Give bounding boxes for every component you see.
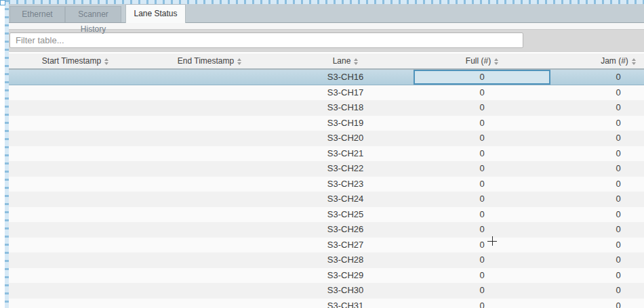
table-row[interactable]: S3-CH1800	[9, 100, 644, 116]
cell-full[interactable]: 0	[414, 192, 550, 207]
cell-lane[interactable]: S3-CH22	[277, 161, 414, 177]
selection-handle[interactable]	[0, 0, 5, 5]
cell-start-timestamp[interactable]	[9, 85, 142, 101]
table-row[interactable]: S3-CH1900	[9, 116, 644, 131]
column-header-end-timestamp[interactable]: End Timestamp	[142, 53, 277, 68]
table-row[interactable]: S3-CH3000	[9, 283, 644, 299]
cell-full[interactable]: 0	[414, 207, 550, 223]
table-row[interactable]: S3-CH2800	[9, 252, 644, 268]
cell-full[interactable]: 0	[414, 252, 550, 268]
cell-jam[interactable]: 0	[550, 207, 644, 223]
cell-jam[interactable]: 0	[550, 177, 644, 192]
cell-lane[interactable]: S3-CH16	[277, 70, 414, 85]
cell-lane[interactable]: S3-CH21	[277, 146, 414, 162]
cell-lane[interactable]: S3-CH18	[277, 100, 414, 116]
cell-start-timestamp[interactable]	[9, 299, 142, 308]
cell-start-timestamp[interactable]	[9, 268, 142, 284]
cell-start-timestamp[interactable]	[9, 161, 142, 177]
cell-end-timestamp[interactable]	[142, 146, 277, 162]
cell-jam[interactable]: 0	[550, 192, 644, 207]
cell-end-timestamp[interactable]	[142, 268, 277, 284]
cell-jam[interactable]: 0	[550, 299, 644, 308]
cell-start-timestamp[interactable]	[9, 177, 142, 192]
cell-jam[interactable]: 0	[550, 146, 644, 162]
cell-lane[interactable]: S3-CH19	[277, 116, 414, 131]
cell-end-timestamp[interactable]	[142, 238, 277, 253]
cell-jam[interactable]: 0	[550, 238, 644, 253]
table-row[interactable]: S3-CH1700	[9, 85, 644, 101]
cell-end-timestamp[interactable]	[142, 100, 277, 116]
cell-end-timestamp[interactable]	[142, 161, 277, 177]
cell-lane[interactable]: S3-CH24	[277, 192, 414, 207]
cell-end-timestamp[interactable]	[142, 116, 277, 131]
selected-cell[interactable]: 0	[414, 70, 550, 85]
cell-jam[interactable]: 0	[550, 116, 644, 131]
cell-end-timestamp[interactable]	[142, 85, 277, 101]
sort-icon[interactable]	[354, 58, 358, 65]
cell-lane[interactable]: S3-CH31	[277, 299, 414, 308]
cell-jam[interactable]: 0	[550, 100, 644, 116]
cell-end-timestamp[interactable]	[142, 283, 277, 299]
cell-jam[interactable]: 0	[550, 283, 644, 299]
cell-full[interactable]: 0	[414, 116, 550, 131]
tab-scanner-history[interactable]: Scanner History	[65, 6, 121, 22]
cell-start-timestamp[interactable]	[9, 207, 142, 223]
tab-ethernet[interactable]: Ethernet	[9, 6, 65, 22]
cell-lane[interactable]: S3-CH26	[277, 222, 414, 238]
cell-start-timestamp[interactable]	[9, 283, 142, 299]
sort-icon[interactable]	[237, 58, 241, 65]
cell-start-timestamp[interactable]	[9, 131, 142, 146]
cell-start-timestamp[interactable]	[9, 252, 142, 268]
table-row[interactable]: S3-CH2900	[9, 268, 644, 284]
cell-end-timestamp[interactable]	[142, 70, 277, 85]
table-row[interactable]: S3-CH2700	[9, 238, 644, 253]
column-header-start-timestamp[interactable]: Start Timestamp	[9, 53, 142, 68]
table-row[interactable]: S3-CH1600	[9, 70, 644, 85]
cell-start-timestamp[interactable]	[9, 100, 142, 116]
cell-lane[interactable]: S3-CH28	[277, 252, 414, 268]
table-row[interactable]: S3-CH2000	[9, 131, 644, 146]
sort-icon[interactable]	[632, 58, 636, 65]
column-header-jam[interactable]: Jam (#)	[550, 53, 644, 68]
table-row[interactable]: S3-CH2600	[9, 222, 644, 238]
cell-full[interactable]: 0	[414, 85, 550, 101]
table-row[interactable]: S3-CH2400	[9, 192, 644, 207]
table-row[interactable]: S3-CH3100	[9, 299, 644, 308]
cell-jam[interactable]: 0	[550, 268, 644, 284]
table-row[interactable]: S3-CH2500	[9, 207, 644, 223]
cell-full[interactable]: 0	[414, 161, 550, 177]
cell-full[interactable]: 0	[414, 222, 550, 238]
cell-full[interactable]: 0	[414, 238, 550, 253]
cell-jam[interactable]: 0	[550, 70, 644, 85]
cell-start-timestamp[interactable]	[9, 70, 142, 85]
cell-end-timestamp[interactable]	[142, 252, 277, 268]
cell-full[interactable]: 0	[414, 177, 550, 192]
cell-lane[interactable]: S3-CH29	[277, 268, 414, 284]
cell-start-timestamp[interactable]	[9, 192, 142, 207]
cell-end-timestamp[interactable]	[142, 207, 277, 223]
table-row[interactable]: S3-CH2300	[9, 177, 644, 192]
column-header-lane[interactable]: Lane	[277, 53, 414, 68]
cell-jam[interactable]: 0	[550, 252, 644, 268]
cell-jam[interactable]: 0	[550, 131, 644, 146]
cell-end-timestamp[interactable]	[142, 192, 277, 207]
tab-lane-status[interactable]: Lane Status	[125, 4, 186, 23]
cell-lane[interactable]: S3-CH23	[277, 177, 414, 192]
cell-start-timestamp[interactable]	[9, 238, 142, 253]
cell-start-timestamp[interactable]	[9, 222, 142, 238]
cell-lane[interactable]: S3-CH30	[277, 283, 414, 299]
sort-icon[interactable]	[104, 58, 108, 65]
cell-jam[interactable]: 0	[550, 161, 644, 177]
cell-jam[interactable]: 0	[550, 222, 644, 238]
cell-full[interactable]: 0	[414, 131, 550, 146]
cell-jam[interactable]: 0	[550, 85, 644, 101]
column-header-full[interactable]: Full (#)	[414, 53, 550, 68]
cell-full[interactable]: 0	[414, 100, 550, 116]
cell-full[interactable]: 0	[414, 146, 550, 162]
cell-full[interactable]: 0	[414, 268, 550, 284]
cell-full[interactable]: 0	[414, 283, 550, 299]
cell-lane[interactable]: S3-CH20	[277, 131, 414, 146]
cell-end-timestamp[interactable]	[142, 177, 277, 192]
cell-end-timestamp[interactable]	[142, 299, 277, 308]
cell-lane[interactable]: S3-CH25	[277, 207, 414, 223]
